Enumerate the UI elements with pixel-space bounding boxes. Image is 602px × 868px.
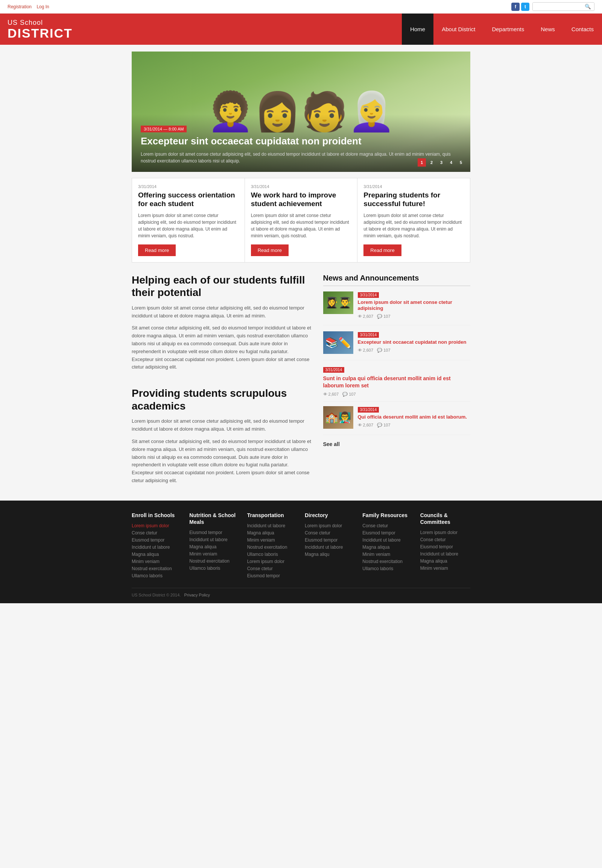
news-item-1-date: 3/31/2014 [358, 292, 379, 298]
footer-nutrition-link-2[interactable]: Incididunt ut labore [189, 537, 239, 542]
news-item-4-link[interactable]: Qui officia deserunt mollit anim id est … [358, 414, 471, 420]
comments-icon: 💬 107 [377, 314, 390, 319]
hero-image: 👩‍🦱👩🧑👩‍🦳 3/31/2014 — 8:00 AM Excepteur s… [132, 52, 470, 172]
footer-family-link-2[interactable]: Eiusmod tempor [362, 530, 412, 535]
facebook-icon[interactable]: f [511, 3, 520, 11]
news-item-2-link[interactable]: Excepteur sint occaecat cupidatat non pr… [358, 339, 471, 346]
card-2-date: 3/31/2014 [251, 184, 352, 189]
footer-col-nutrition: Nutrition & School Meals Eiusmod tempor … [189, 512, 239, 580]
footer-directory-link-4[interactable]: Incididunt ut labore [305, 544, 355, 550]
footer-nutrition-link-1[interactable]: Eiusmod tempor [189, 530, 239, 535]
sidebar-heading: News and Announcements [323, 274, 471, 286]
footer-transport-link-2[interactable]: Magna aliqua [247, 530, 297, 535]
footer-transport-link-4[interactable]: Nostrud exercitation [247, 544, 297, 550]
social-icons: f t [511, 3, 529, 11]
see-all-link[interactable]: See all [323, 441, 471, 447]
footer-nutrition-link-5[interactable]: Nostrud exercitation [189, 558, 239, 564]
footer-transport-link-1[interactable]: Incididunt ut labore [247, 523, 297, 528]
news-thumb-1: 👩‍🎓👨‍🎓 [323, 291, 353, 314]
footer-directory-link-1[interactable]: Lorem ipsum dolor [305, 523, 355, 528]
top-bar: Registration Log In f t 🔍 [0, 0, 602, 14]
hero-title: Excepteur sint occaecat cupidatat non pr… [141, 135, 461, 147]
site-footer: Enroll in Schools Lorem ipsum dolor Cons… [0, 501, 602, 603]
hero-dot-3[interactable]: 3 [437, 158, 445, 167]
hero-slider: 👩‍🦱👩🧑👩‍🦳 3/31/2014 — 8:00 AM Excepteur s… [132, 52, 470, 172]
news-card-1: 3/31/2014 Offering success orientation f… [132, 178, 245, 262]
card-3-read-more[interactable]: Read more [364, 244, 401, 256]
footer-transport-link-8[interactable]: Eiusmod tempor [247, 573, 297, 578]
footer-enroll-link-1[interactable]: Lorem ipsum dolor [132, 523, 182, 528]
card-1-read-more[interactable]: Read more [138, 244, 176, 256]
footer-enroll-link-5[interactable]: Magna aliqua [132, 552, 182, 557]
footer-family-link-3[interactable]: Incididunt ut labore [362, 537, 412, 543]
footer-enroll-link-7[interactable]: Nostrud exercitation [132, 566, 182, 571]
comments-icon-3: 💬 107 [342, 392, 356, 397]
search-button[interactable]: 🔍 [582, 3, 594, 11]
footer-directory-link-5[interactable]: Magna aliqu [305, 552, 355, 557]
footer-enroll-link-8[interactable]: Ullamco laboris [132, 573, 182, 578]
views-icon-4: 👁 2,607 [358, 423, 374, 428]
news-item-4-stats: 👁 2,607 💬 107 [358, 423, 471, 428]
hero-dot-1[interactable]: 1 [418, 158, 426, 167]
footer-nutrition-link-3[interactable]: Magna aliqua [189, 544, 239, 549]
section1-para2: Sit amet conse ctetur adipisicing elit, … [132, 324, 312, 371]
footer-transport-link-3[interactable]: Minim veniam [247, 537, 297, 543]
card-3-date: 3/31/2014 [364, 184, 464, 189]
footer-col-councils-title: Councils & Committees [420, 512, 470, 525]
top-bar-links: Registration Log In [8, 4, 53, 9]
hero-dot-4[interactable]: 4 [447, 158, 455, 167]
footer-col-family: Family Resources Conse ctetur Eiusmod te… [362, 512, 412, 580]
login-link[interactable]: Log In [37, 4, 49, 9]
footer-family-link-5[interactable]: Minim veniam [362, 552, 412, 557]
hero-dot-5[interactable]: 5 [457, 158, 465, 167]
footer-enroll-link-3[interactable]: Eiusmod tempor [132, 537, 182, 543]
card-2-read-more[interactable]: Read more [251, 244, 289, 256]
footer-enroll-link-4[interactable]: Incididunt ut labore [132, 544, 182, 550]
news-item-3-date: 3/31/2014 [323, 367, 345, 373]
footer-family-link-4[interactable]: Magna aliqua [362, 544, 412, 550]
footer-privacy[interactable]: Privacy Policy [184, 593, 210, 597]
news-card-2: 3/31/2014 We work hard to improve studen… [245, 178, 358, 262]
footer-directory-link-3[interactable]: Eiusmod tempor [305, 537, 355, 543]
logo-top: US School [8, 19, 98, 27]
nav-home[interactable]: Home [402, 14, 433, 45]
footer-family-link-1[interactable]: Conse ctetur [362, 523, 412, 528]
registration-link[interactable]: Registration [8, 4, 32, 9]
footer-councils-link-4[interactable]: Incididunt ut labore [420, 551, 470, 557]
footer-councils-link-6[interactable]: Minim veniam [420, 566, 470, 571]
nav-contacts[interactable]: Contacts [563, 14, 602, 45]
section1-heading: Helping each of our students fulfill the… [132, 274, 312, 299]
news-item-3-link[interactable]: Sunt in culpa qui officia deserunt molli… [323, 375, 471, 388]
footer-family-link-6[interactable]: Nostrud exercitation [362, 559, 412, 564]
nav-departments[interactable]: Departments [484, 14, 532, 45]
views-icon-2: 👁 2,607 [358, 348, 374, 353]
footer-councils-link-3[interactable]: Eiusmod tempor [420, 544, 470, 549]
footer-councils-link-5[interactable]: Magna aliqua [420, 558, 470, 564]
news-thumb-2: 📚✏️ [323, 331, 353, 354]
footer-enroll-link-6[interactable]: Minim veniam [132, 559, 182, 564]
footer-col-directory-title: Directory [305, 512, 355, 518]
footer-nutrition-link-4[interactable]: Minim veniam [189, 551, 239, 557]
footer-enroll-link-2[interactable]: Conse ctetur [132, 530, 182, 535]
news-cards: 3/31/2014 Offering success orientation f… [132, 178, 470, 262]
footer-transport-link-5[interactable]: Ullamco laboris [247, 552, 297, 557]
footer-transport-link-6[interactable]: Lorem ipsum dolor [247, 559, 297, 564]
search-input[interactable] [533, 3, 582, 11]
footer-councils-link-2[interactable]: Conse ctetur [420, 537, 470, 542]
footer-nutrition-link-6[interactable]: Ullamco laboris [189, 566, 239, 571]
section2-heading: Providing students scrupulous academics [132, 387, 312, 412]
hero-dot-2[interactable]: 2 [427, 158, 436, 167]
hero-dots: 1 2 3 4 5 [418, 158, 465, 167]
news-item-1-link[interactable]: Lorem ipsum dolor sit amet conse ctetur … [358, 299, 471, 312]
nav-news[interactable]: News [532, 14, 563, 45]
news-item-1-stats: 👁 2,607 💬 107 [358, 314, 471, 319]
footer-col-transport-title: Transportation [247, 512, 297, 518]
footer-directory-link-2[interactable]: Conse ctetur [305, 530, 355, 535]
card-2-title: We work hard to improve student achievem… [251, 191, 352, 209]
footer-councils-link-1[interactable]: Lorem ipsum dolor [420, 530, 470, 535]
news-card-3: 3/31/2014 Preparing students for success… [358, 178, 470, 262]
nav-about[interactable]: About District [433, 14, 484, 45]
twitter-icon[interactable]: t [521, 3, 529, 11]
footer-transport-link-7[interactable]: Conse ctetur [247, 566, 297, 571]
footer-family-link-7[interactable]: Ullamco laboris [362, 566, 412, 571]
